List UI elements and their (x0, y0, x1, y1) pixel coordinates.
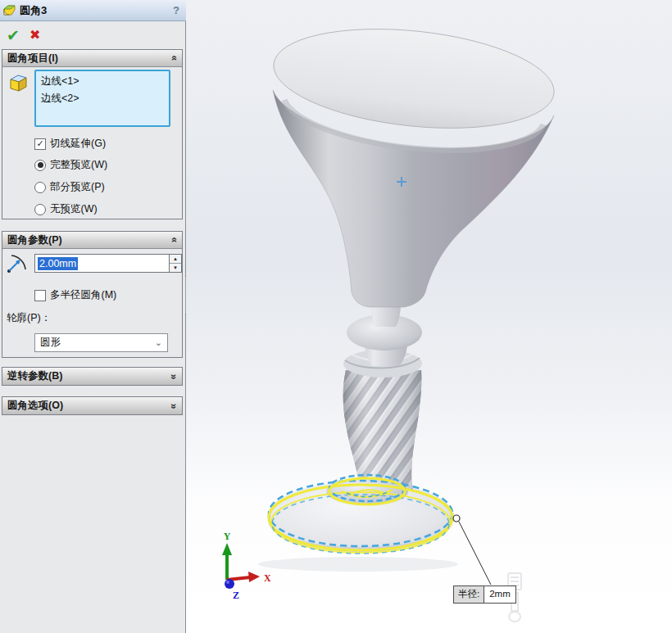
triad-y-label: Y (224, 531, 231, 542)
solidworks-window: 圆角3 ? ✔ ✖ 圆角项目(I) » 边线<1> 边线<2> ✓ (0, 0, 672, 633)
selected-edge-item[interactable]: 边线<2> (41, 90, 169, 107)
goblet-stem[interactable] (343, 370, 422, 491)
tangent-propagation-checkbox[interactable]: ✓ 切线延伸(G) (34, 137, 106, 151)
fillet-items-header-label: 圆角项目(I) (7, 52, 58, 66)
fillet-options-group: 圆角选项(O) » (2, 396, 183, 415)
fillet-options-header[interactable]: 圆角选项(O) » (2, 397, 182, 414)
edge-selection-icon (7, 72, 29, 93)
base-shadow (258, 557, 458, 572)
tangent-propagation-label: 切线延伸(G) (50, 137, 106, 151)
setback-parameters-label: 逆转参数(B) (7, 369, 62, 383)
fillet-feature-icon (2, 3, 16, 17)
radius-spinner[interactable]: ▲ ▼ (169, 254, 182, 273)
checkbox-unchecked-icon[interactable] (34, 290, 46, 301)
radius-callout-value[interactable]: 2mm (484, 586, 516, 604)
triad-x-arrow-icon (248, 572, 260, 582)
radius-value-selected-text: 2.00mm (38, 257, 78, 270)
triad-z-label: Z (233, 590, 239, 601)
profile-dropdown-value: 圆形 (40, 336, 61, 350)
multi-radius-checkbox[interactable]: 多半径圆角(M) (34, 288, 116, 302)
fillet-parameters-header-label: 圆角参数(P) (7, 233, 62, 247)
radio-unselected-icon[interactable] (34, 204, 46, 215)
radius-value-input[interactable]: 2.00mm (34, 254, 170, 273)
collapse-chevron-icon[interactable]: » (169, 237, 180, 243)
radio-selected-icon[interactable] (34, 160, 46, 171)
property-manager-panel: 圆角3 ? ✔ ✖ 圆角项目(I) » 边线<1> 边线<2> ✓ (0, 0, 186, 633)
ok-check-icon[interactable]: ✔ (7, 28, 20, 43)
graphics-viewport[interactable]: Y X Z 半径: 2mm (186, 0, 672, 633)
spinner-down-icon[interactable]: ▼ (170, 264, 181, 272)
radio-partial-preview[interactable]: 部分预览(P) (34, 180, 105, 194)
checkbox-checked-icon[interactable]: ✓ (34, 138, 46, 150)
fillet-items-group: 圆角项目(I) » 边线<1> 边线<2> ✓ 切线延伸(G) 完整预览(W) (2, 49, 183, 219)
radius-icon (6, 253, 27, 274)
goblet-model: Y X Z (186, 0, 672, 633)
setback-parameters-header[interactable]: 逆转参数(B) » (2, 368, 182, 385)
fillet-items-header[interactable]: 圆角项目(I) » (2, 50, 182, 67)
cancel-x-icon[interactable]: ✖ (30, 29, 40, 42)
profile-label: 轮廓(P)： (7, 311, 51, 325)
radio-full-preview[interactable]: 完整预览(W) (34, 158, 107, 172)
radio-full-preview-label: 完整预览(W) (50, 158, 107, 172)
multi-radius-label: 多半径圆角(M) (50, 288, 116, 302)
feature-title: 圆角3 (20, 3, 47, 18)
expand-chevron-icon[interactable]: » (169, 373, 180, 379)
triad-y-arrow-icon (222, 543, 232, 555)
spinner-up-icon[interactable]: ▲ (170, 255, 181, 264)
selected-edge-item[interactable]: 边线<1> (41, 73, 169, 90)
selected-edges-listbox[interactable]: 边线<1> 边线<2> (34, 70, 170, 127)
radio-no-preview[interactable]: 无预览(W) (34, 202, 98, 216)
radius-callout-label: 半径: (453, 586, 484, 604)
triad-z-arrow-icon (225, 579, 234, 589)
callout-leader (453, 515, 491, 585)
feature-titlebar: 圆角3 ? (0, 0, 186, 21)
radio-partial-preview-label: 部分预览(P) (50, 180, 105, 194)
action-row: ✔ ✖ (0, 22, 186, 48)
goblet-cup[interactable] (269, 16, 559, 307)
collapse-chevron-icon[interactable]: » (169, 56, 180, 61)
radio-no-preview-label: 无预览(W) (50, 202, 98, 216)
edge-attach-marker[interactable] (453, 515, 460, 522)
triad-x-label: X (264, 572, 271, 584)
profile-dropdown[interactable]: 圆形 ⌄ (34, 333, 168, 352)
fillet-parameters-group: 圆角参数(P) » 2.00mm ▲ ▼ 多半径圆角(M) 轮廓(P)： (2, 231, 183, 358)
fillet-options-label: 圆角选项(O) (7, 399, 63, 413)
help-icon[interactable]: ? (173, 4, 179, 16)
setback-parameters-group: 逆转参数(B) » (2, 367, 183, 386)
fillet-parameters-header[interactable]: 圆角参数(P) » (2, 232, 182, 249)
radius-callout[interactable]: 半径: 2mm (453, 586, 516, 604)
expand-chevron-icon[interactable]: » (169, 403, 180, 409)
chevron-down-icon: ⌄ (155, 337, 162, 348)
radio-unselected-icon[interactable] (34, 182, 46, 193)
